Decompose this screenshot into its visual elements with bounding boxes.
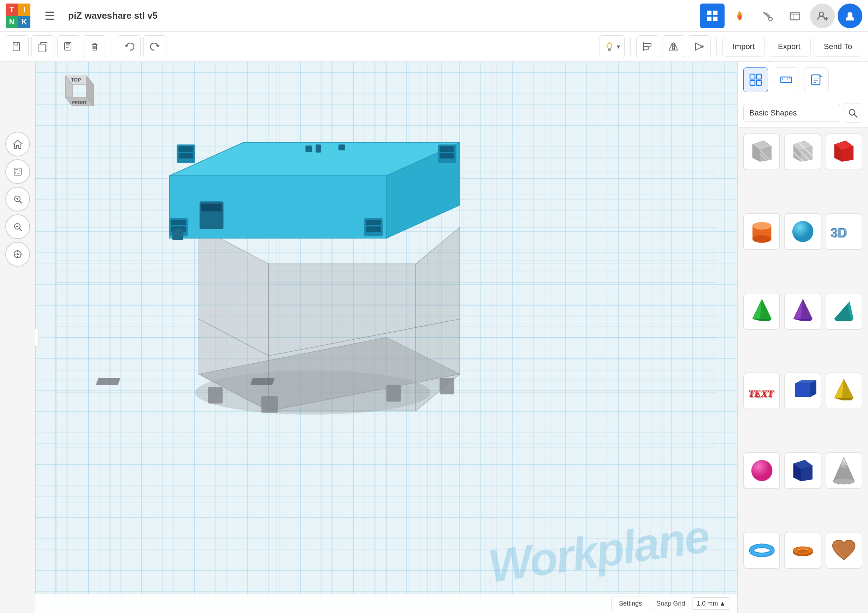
notes-icon <box>810 73 823 86</box>
paste-icon <box>64 41 74 52</box>
library-button[interactable] <box>783 3 807 28</box>
export-button[interactable]: Export <box>768 37 811 56</box>
shapes-category-dropdown[interactable]: Basic Shapes <box>743 104 840 122</box>
shape-purple-pyramid[interactable] <box>784 293 821 330</box>
svg-rect-104 <box>781 77 791 83</box>
frame-selection-button[interactable] <box>5 159 30 184</box>
tools-button[interactable] <box>755 3 780 28</box>
grid-view-button[interactable] <box>700 3 725 28</box>
panel-collapse-button[interactable]: › <box>35 329 39 347</box>
align-left-icon <box>642 41 653 52</box>
svg-marker-140 <box>760 299 771 320</box>
add-user-button[interactable] <box>810 3 835 28</box>
frame-icon <box>13 167 23 176</box>
svg-rect-34 <box>643 43 651 46</box>
align-left-button[interactable] <box>636 35 659 58</box>
orient-button[interactable] <box>5 242 30 266</box>
svg-point-136 <box>792 221 814 242</box>
shapes-grid: 3D 3D <box>738 128 868 613</box>
mirror-button[interactable] <box>662 35 685 58</box>
shape-cylinder[interactable] <box>743 213 780 250</box>
bottom-bar: Settings Snap Grid 1.0 mm ▲ <box>35 594 737 613</box>
fire-button[interactable] <box>727 3 752 28</box>
settings-button[interactable]: Settings <box>612 596 649 611</box>
top-right-icons <box>700 3 862 28</box>
svg-rect-96 <box>338 144 345 150</box>
import-button[interactable]: Import <box>722 37 765 56</box>
library-icon <box>789 10 801 22</box>
svg-rect-76 <box>262 396 278 413</box>
zoom-in-icon <box>13 194 23 204</box>
avatar-button[interactable] <box>838 3 862 28</box>
canvas-area[interactable]: Workplane Settings Snap Grid 1.0 mm ▲ › <box>35 62 737 613</box>
svg-marker-47 <box>14 140 22 148</box>
snap-grid-label: Snap Grid <box>656 600 685 607</box>
shape-dark-blue-box[interactable] <box>784 452 821 489</box>
svg-point-167 <box>798 549 808 553</box>
shape-torus[interactable] <box>743 532 780 568</box>
shape-striped-box[interactable] <box>784 133 821 170</box>
snap-grid-control[interactable]: 1.0 mm ▲ <box>692 598 730 610</box>
sendto-button[interactable]: Send To <box>814 37 862 56</box>
svg-point-135 <box>752 222 771 229</box>
svg-rect-83 <box>179 146 194 152</box>
shape-gray-cone[interactable] <box>826 452 862 489</box>
shape-pink-sphere[interactable] <box>743 452 780 489</box>
ruler-panel-button[interactable] <box>773 67 798 92</box>
delete-button[interactable] <box>83 35 106 58</box>
svg-rect-35 <box>643 47 648 50</box>
zoom-in-button[interactable] <box>5 187 30 212</box>
main-area: TOP FRONT <box>0 62 868 613</box>
new-button[interactable] <box>6 35 29 58</box>
shapes-search-row: Basic Shapes <box>738 98 868 128</box>
shapes-grid-icon <box>749 73 762 86</box>
svg-point-156 <box>751 460 772 481</box>
svg-rect-2 <box>707 17 711 21</box>
svg-marker-154 <box>842 379 853 400</box>
tools-icon <box>761 10 773 22</box>
shape-orange-torus[interactable] <box>784 532 821 568</box>
shapes-search-button[interactable] <box>843 103 862 122</box>
undo-icon <box>124 41 135 52</box>
redo-button[interactable] <box>143 35 166 58</box>
separator-2 <box>630 38 631 56</box>
home-icon <box>13 139 23 149</box>
svg-rect-99 <box>172 229 183 240</box>
shapes-panel-button[interactable] <box>743 67 768 92</box>
shape-yellow-pyramid[interactable] <box>826 373 862 409</box>
panel-icons-row <box>738 62 868 98</box>
shape-text3d[interactable]: 3D 3D <box>826 213 862 250</box>
svg-rect-98 <box>202 204 222 212</box>
copy-button[interactable] <box>31 35 54 58</box>
scene-svg <box>35 62 737 613</box>
notes-panel-button[interactable] <box>804 67 829 92</box>
shape-gray-box[interactable] <box>743 133 780 170</box>
light-button[interactable]: ▾ <box>600 35 625 58</box>
svg-rect-78 <box>439 378 454 395</box>
svg-point-10 <box>819 12 823 16</box>
shape-brown-shape[interactable] <box>826 532 862 568</box>
shape-green-pyramid[interactable] <box>743 293 780 330</box>
svg-rect-77 <box>386 385 401 402</box>
copy-icon <box>38 41 48 52</box>
shape-blue-prism[interactable] <box>784 373 821 409</box>
new-icon <box>12 41 23 52</box>
view-cube[interactable]: TOP FRONT <box>53 69 99 115</box>
shape-red-text[interactable]: TEXT TEXT <box>743 373 780 409</box>
add-user-icon <box>817 10 828 22</box>
top-bar: T I N K ☰ piZ waveshare stl v5 <box>0 0 868 32</box>
shape-sphere[interactable] <box>784 213 821 250</box>
undo-button[interactable] <box>118 35 141 58</box>
zoom-out-button[interactable] <box>5 214 30 239</box>
shape-red-box[interactable] <box>826 133 862 170</box>
document-menu-icon[interactable]: ☰ <box>38 4 61 27</box>
tinkercad-logo[interactable]: T I N K <box>6 3 30 28</box>
svg-text:TOP: TOP <box>71 77 81 83</box>
paste-button[interactable] <box>57 35 80 58</box>
svg-rect-3 <box>713 17 718 21</box>
svg-rect-0 <box>707 11 711 15</box>
shape-teal-wedge[interactable] <box>826 293 862 330</box>
fire-icon <box>734 10 746 22</box>
group-button[interactable] <box>688 35 711 58</box>
home-view-button[interactable] <box>5 132 30 156</box>
